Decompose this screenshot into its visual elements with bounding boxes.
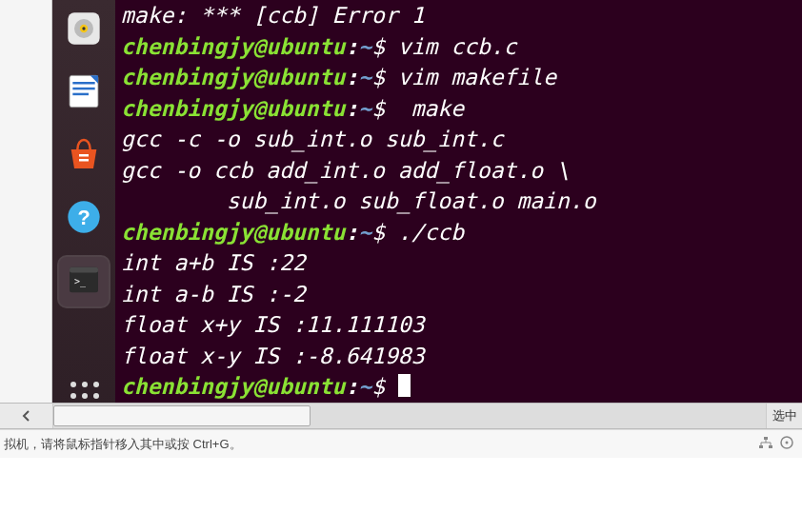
prompt-colon: :: [345, 374, 358, 399]
svg-rect-16: [759, 445, 763, 448]
rhythmbox-icon: [65, 10, 103, 51]
output-text: int a-b IS :-2: [121, 282, 306, 306]
prompt-path: ~: [358, 65, 371, 89]
terminal-prompt-line: chenbingjy@ubuntu:~$ vim makefile: [121, 62, 796, 93]
horizontal-scrollbar: 选中: [0, 403, 802, 429]
prompt-command: make: [398, 96, 464, 121]
prompt-symbol: $: [371, 374, 398, 399]
svg-rect-4: [70, 75, 98, 107]
terminal-output-line: make: *** [ccb] Error 1: [121, 0, 796, 31]
svg-rect-14: [70, 267, 98, 273]
terminal-output-line: float x+y IS :11.111103: [121, 309, 796, 341]
terminal-output-line: int a-b IS :-2: [121, 279, 796, 310]
prompt-path: ~: [358, 374, 371, 399]
terminal-output-line: int a+b IS :22: [121, 247, 796, 279]
prompt-user-host: chenbingjy@ubuntu: [121, 96, 345, 121]
terminal-icon: >_: [65, 261, 103, 303]
terminal-output-line: gcc -o ccb add_int.o add_float.o \: [121, 155, 796, 187]
prompt-colon: :: [345, 65, 358, 89]
libreoffice-writer-icon: [65, 72, 103, 114]
prompt-path: ~: [358, 220, 371, 245]
vm-statusbar: 拟机，请将鼠标指针移入其中或按 Ctrl+G。: [0, 429, 802, 458]
prompt-command: vim makefile: [398, 65, 556, 89]
launcher-item-writer[interactable]: [59, 69, 109, 118]
editor-gutter: [0, 0, 52, 428]
terminal-window[interactable]: make: *** [ccb] Error 1chenbingjy@ubuntu…: [115, 0, 802, 403]
help-icon: ?: [65, 198, 103, 240]
svg-rect-9: [79, 154, 89, 157]
launcher-item-help[interactable]: ?: [59, 194, 109, 244]
prompt-symbol: $: [371, 34, 398, 59]
cursor: [398, 374, 411, 397]
prompt-symbol: $: [371, 65, 398, 89]
terminal-output-line: gcc -c -o sub_int.o sub_int.c: [121, 124, 796, 155]
prompt-symbol: $: [371, 96, 398, 121]
output-text: int a+b IS :22: [121, 250, 306, 275]
prompt-user-host: chenbingjy@ubuntu: [121, 220, 345, 245]
prompt-command: vim ccb.c: [398, 34, 517, 59]
prompt-path: ~: [358, 34, 371, 59]
statusbar-icons: [758, 435, 798, 453]
prompt-colon: :: [345, 96, 358, 121]
terminal-output-line: sub_int.o sub_float.o main.o: [121, 186, 796, 217]
svg-rect-7: [72, 93, 89, 96]
svg-rect-17: [769, 445, 772, 448]
prompt-colon: :: [345, 220, 358, 245]
svg-point-3: [82, 27, 85, 30]
scroll-left-arrow[interactable]: [0, 404, 53, 428]
output-text: sub_int.o sub_float.o main.o: [121, 188, 596, 213]
launcher-item-terminal[interactable]: >_: [59, 257, 109, 306]
prompt-user-host: chenbingjy@ubuntu: [121, 34, 345, 59]
launcher-item-rhythmbox[interactable]: [59, 6, 109, 55]
terminal-output-line: float x-y IS :-8.641983: [121, 341, 796, 372]
scroll-track[interactable]: [53, 404, 766, 428]
statusbar-text: 拟机，请将鼠标指针移入其中或按 Ctrl+G。: [4, 436, 758, 453]
prompt-colon: :: [345, 34, 358, 59]
launcher-item-software[interactable]: [59, 131, 109, 181]
prompt-user-host: chenbingjy@ubuntu: [121, 374, 345, 399]
svg-rect-18: [764, 437, 768, 440]
prompt-path: ~: [358, 96, 371, 121]
output-text: make: *** [ccb] Error 1: [121, 3, 425, 28]
output-text: float x-y IS :-8.641983: [121, 344, 425, 368]
disk-icon[interactable]: [779, 435, 794, 453]
prompt-command: ./ccb: [398, 220, 464, 245]
scroll-thumb[interactable]: [53, 405, 311, 426]
svg-text:?: ?: [77, 206, 90, 229]
output-text: gcc -c -o sub_int.o sub_int.c: [121, 127, 504, 151]
output-text: float x+y IS :11.111103: [121, 312, 425, 337]
svg-text:>_: >_: [74, 276, 87, 287]
svg-rect-6: [72, 88, 94, 90]
unity-launcher: ? >_: [52, 0, 115, 428]
output-text: gcc -o ccb add_int.o add_float.o \: [121, 158, 570, 183]
terminal-prompt-line: chenbingjy@ubuntu:~$: [121, 371, 796, 403]
empty-area: [0, 458, 802, 532]
svg-rect-5: [72, 82, 94, 85]
terminal-prompt-line: chenbingjy@ubuntu:~$ make: [121, 93, 796, 125]
svg-rect-10: [79, 159, 89, 162]
terminal-prompt-line: chenbingjy@ubuntu:~$ ./ccb: [121, 217, 796, 248]
ubuntu-software-icon: [65, 135, 103, 177]
terminal-prompt-line: chenbingjy@ubuntu:~$ vim ccb.c: [121, 31, 796, 63]
prompt-symbol: $: [371, 220, 398, 245]
network-icon[interactable]: [758, 435, 773, 453]
svg-point-20: [786, 442, 789, 444]
scroll-right-label[interactable]: 选中: [766, 404, 802, 428]
prompt-user-host: chenbingjy@ubuntu: [121, 65, 345, 89]
